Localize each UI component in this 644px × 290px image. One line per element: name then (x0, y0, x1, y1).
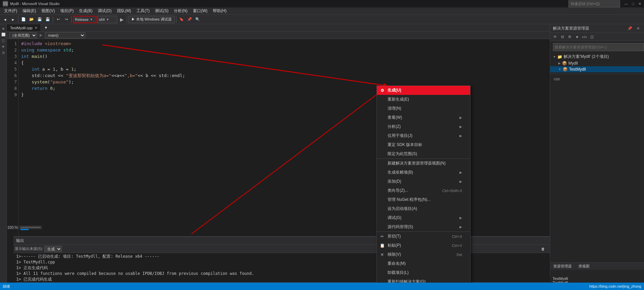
se-code-btn[interactable]: </> (581, 34, 588, 40)
status-url: https://blog.csdn.net/jing_zhong (589, 284, 641, 288)
save-all-btn[interactable]: 💾 (44, 16, 51, 23)
menu-help[interactable]: 帮助(H) (210, 7, 229, 14)
show-source-label: 显示输出来源(S): (15, 246, 43, 251)
ctx-cut[interactable]: ✂ 剪切(T) Ctrl+X (377, 232, 470, 241)
close-btn[interactable]: ✕ (638, 2, 641, 6)
sidebar-icon-2[interactable]: ⬜ (1, 32, 6, 37)
menu-file[interactable]: 文件(F) (1, 7, 20, 14)
ctx-project-only[interactable]: 仅用于项目(J) ▶ (377, 131, 470, 140)
se-collapse-btn[interactable]: ⊟ (559, 34, 566, 40)
ctx-source-control[interactable]: 源代码管理(S) ▶ (377, 222, 470, 232)
menu-team[interactable]: 团队(M) (114, 7, 134, 14)
se-filter-btn[interactable]: ▼ (574, 34, 580, 40)
tree-label-testmydll: TestMydll (569, 67, 586, 72)
output-title: 输出 (16, 238, 24, 244)
sidebar-icon-1[interactable]: ◈ (1, 26, 6, 31)
back-btn[interactable]: ◄ (1, 16, 9, 23)
ctx-add[interactable]: 添加(D) ▶ (377, 177, 470, 186)
run-debugger-btn[interactable]: ▶ 本地 Windows 调试器 (128, 16, 175, 23)
config-manager-btn[interactable]: ▶ (118, 16, 125, 23)
output-clear-btn[interactable]: 🗑 (539, 245, 547, 253)
toolbar-sep-3 (71, 16, 72, 23)
ctx-rebuild[interactable]: 重新生成(E) (377, 95, 470, 104)
search-toolbar-btn[interactable]: 🔍 (194, 16, 201, 23)
ctx-scope[interactable]: 限定为此范围(S) (377, 149, 470, 159)
menu-view[interactable]: 视图(V) (39, 7, 57, 14)
menu-bar: 文件(F) 编辑(E) 视图(V) 项目(P) 生成(B) 调试(D) 团队(M… (0, 7, 644, 15)
ctx-debug-label: 调试(G) (388, 215, 401, 221)
ctx-set-startup[interactable]: 设为启动项目(A) (377, 204, 470, 213)
forward-btn[interactable]: ► (9, 16, 17, 23)
bookmark2-btn[interactable]: 📌 (186, 16, 193, 23)
ctx-retarget-sdk[interactable]: 重定 SDK 版本目标 (377, 140, 470, 149)
menu-test[interactable]: 测试(S) (152, 7, 171, 14)
sidebar-icon-4[interactable]: ❖ (1, 44, 6, 49)
new-tab-btn[interactable]: ▼ (42, 24, 50, 31)
tab-testmydll-cpp[interactable]: TestMydll.cpp ✕ (7, 24, 41, 31)
menu-build[interactable]: 生成(B) (76, 7, 95, 14)
se-sync-btn[interactable]: ⟳ (552, 34, 558, 40)
maximize-btn[interactable]: □ (632, 2, 634, 6)
menu-edit[interactable]: 编辑(E) (20, 7, 39, 14)
tree-icon-solution: 📁 (557, 55, 562, 59)
sidebar-icon-3[interactable]: ◫ (1, 38, 6, 43)
bookmark-btn[interactable]: 🔖 (178, 16, 185, 23)
menu-project[interactable]: 项目(P) (57, 7, 76, 14)
minimize-btn[interactable]: — (624, 2, 628, 6)
ctx-paste[interactable]: 📋 粘贴(P) Ctrl+V (377, 241, 470, 250)
tab-resource-manager[interactable]: 资源管理器 (550, 263, 575, 270)
search-box[interactable]: 快速启动 (Ctrl+Q) (568, 0, 620, 7)
solution-search-input[interactable] (553, 43, 644, 51)
menu-tools[interactable]: 工具(T) (134, 7, 152, 14)
ctx-new-view-label: 新建解决方案资源管理器视图(N) (388, 160, 446, 166)
toolbar-sep-1 (18, 16, 18, 23)
ctx-clean[interactable]: 清理(N) (377, 104, 470, 113)
ctx-new-view[interactable]: 新建解决方案资源管理器视图(N) (377, 159, 470, 168)
output-source-dropdown[interactable]: 生成 (44, 246, 62, 252)
output-word-wrap-btn[interactable]: ⏎ (548, 245, 550, 253)
status-text: 就绪 (3, 284, 10, 289)
configuration-dropdown[interactable]: Release ▼ (73, 16, 96, 23)
redo-btn[interactable]: ↪ (63, 16, 70, 23)
se-view-btn[interactable]: ◫ (589, 34, 595, 40)
save-btn[interactable]: 💾 (36, 16, 43, 23)
undo-btn[interactable]: ↩ (54, 16, 62, 23)
tree-item-mydll[interactable]: ▶ 📦 Mydll (550, 60, 644, 66)
zoom-bar (21, 227, 41, 228)
se-props-btn[interactable]: ⚙ (566, 34, 573, 40)
ctx-class-wizard[interactable]: 类向导(Z)... Ctrl+Shift+X (377, 186, 470, 195)
se-proj-name: TestMydll (553, 277, 641, 281)
zoom-level: 100 % (7, 225, 18, 229)
cut-shortcut: Ctrl+X (452, 234, 462, 239)
menu-analyze[interactable]: 分析(N) (171, 7, 190, 14)
tree-item-testmydll[interactable]: ▼ 📦 TestMydll (550, 66, 644, 72)
ctx-build[interactable]: ⚙ 生成(U) (377, 86, 470, 95)
sidebar-icon-5[interactable]: ⊞ (1, 50, 6, 55)
solution-tree: ▼ 📁 解决方案'Mydll' (2个项目) ▶ 📦 Mydll ▼ 📦 Tes… (550, 53, 644, 72)
ctx-debug[interactable]: 调试(G) ▶ (377, 213, 470, 222)
analyze-submenu-icon: ▶ (459, 125, 462, 129)
symbol-dropdown[interactable]: main() (45, 32, 85, 38)
ctx-analyze[interactable]: 分析(Z) ▶ (377, 122, 470, 131)
ctx-remove[interactable]: ✕ 移除(V) Del (377, 250, 470, 259)
menu-debug[interactable]: 调试(D) (95, 7, 114, 14)
tab-class-view[interactable]: 类视图 (575, 263, 593, 270)
new-btn[interactable]: 📄 (20, 16, 27, 23)
platform-dropdown[interactable]: x64 ▼ (97, 16, 117, 23)
platform-arrow-icon: ▼ (106, 18, 109, 21)
ctx-nuget[interactable]: 管理 NuGet 程序包(N)... (377, 195, 470, 204)
ctx-retarget-sdk-label: 重定 SDK 版本目标 (388, 142, 422, 148)
ctx-rename[interactable]: 重命名(M) (377, 259, 470, 268)
se-close-btn[interactable]: ✕ (635, 25, 641, 32)
ctx-view[interactable]: 查看(W) ▶ (377, 113, 470, 122)
app-title: Mydll - Microsoft Visual Studio (10, 2, 59, 6)
ctx-build-deps[interactable]: 生成依赖项(B) ▶ (377, 168, 470, 177)
ctx-unload[interactable]: 卸载项目(L) (377, 268, 470, 277)
scope-dropdown[interactable]: (全局范围) (9, 32, 37, 38)
open-btn[interactable]: 📂 (28, 16, 35, 23)
tab-close-btn[interactable]: ✕ (35, 26, 37, 30)
remove-icon: ✕ (379, 252, 385, 257)
se-pin-btn[interactable]: 📌 (627, 25, 633, 32)
tree-item-solution[interactable]: ▼ 📁 解决方案'Mydll' (2个项目) (550, 53, 644, 60)
menu-window[interactable]: 窗口(W) (190, 7, 210, 14)
